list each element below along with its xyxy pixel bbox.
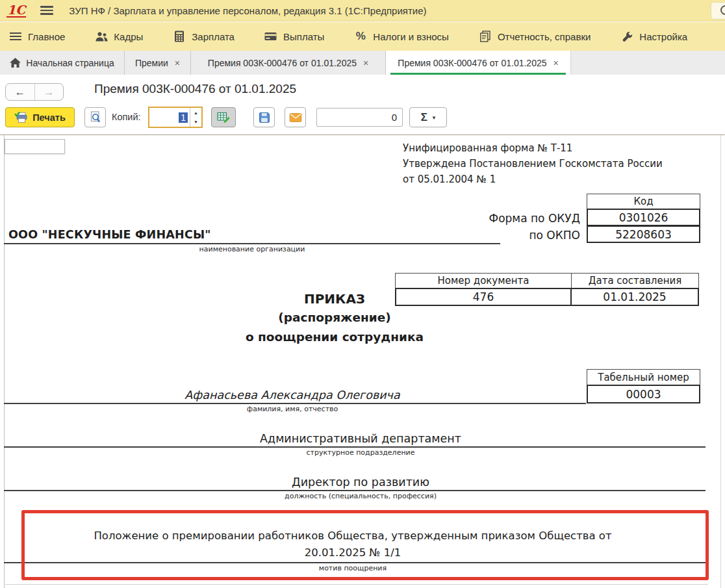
wrench-icon xyxy=(620,31,633,42)
position-value: Директор по развитию xyxy=(0,476,721,489)
print-label: Печать xyxy=(32,112,66,123)
reports-icon xyxy=(479,31,492,42)
motive-line1: Положение о премировании работников Обще… xyxy=(0,530,706,542)
order-subtitle: (распоряжение) xyxy=(0,311,669,324)
sum-button[interactable]: Σ ▾ xyxy=(409,107,447,127)
logo-text: 1С xyxy=(7,3,25,17)
printer-icon xyxy=(14,112,28,123)
position-caption: должность (специальность, профессия) xyxy=(0,492,721,500)
percent-icon: % xyxy=(354,31,367,42)
tabnum-header-cell: Табельный номер xyxy=(587,369,700,385)
form-row-line xyxy=(4,584,708,585)
note-line: Унифицированная форма № Т-11 xyxy=(403,140,663,156)
tab-label: Премии xyxy=(135,58,168,68)
org-underline xyxy=(4,243,500,244)
position-underline xyxy=(4,490,706,491)
edit-table-button[interactable] xyxy=(211,107,236,127)
card-icon xyxy=(264,31,277,42)
copies-stepper[interactable]: 1 ▲ ▼ xyxy=(148,107,203,128)
spreadsheet-cell-cursor[interactable] xyxy=(5,139,65,154)
preview-icon xyxy=(90,111,101,123)
menu-item-payments[interactable]: Выплаты xyxy=(264,31,324,42)
code-header-cell: Код xyxy=(587,194,700,209)
form-left-border xyxy=(4,135,5,588)
okud-label: Форма по ОКУД xyxy=(403,212,580,225)
employee-name: Афанасьева Александра Олеговича xyxy=(0,389,585,402)
tabnum-value-cell: 00003 xyxy=(587,385,700,403)
people-icon xyxy=(95,31,108,42)
spinner-up-icon[interactable]: ▲ xyxy=(190,108,201,118)
copies-input[interactable]: 1 xyxy=(149,108,190,127)
menu-item-reports[interactable]: Отчетность, справки xyxy=(479,31,591,42)
tab-premiya-1[interactable]: Премия 003К-000476 от 01.01.2025 × xyxy=(191,51,386,75)
menu-label: Налоги и взносы xyxy=(373,31,449,42)
menu-label: Настройка xyxy=(639,31,687,42)
close-icon[interactable]: × xyxy=(363,58,368,68)
tab-label: Начальная страница xyxy=(26,58,114,68)
main-menu-icon[interactable] xyxy=(40,6,53,15)
motive-caption: мотив поощрения xyxy=(0,564,706,572)
close-icon[interactable]: × xyxy=(553,58,559,68)
close-icon[interactable]: × xyxy=(175,58,180,68)
email-button[interactable] xyxy=(285,107,306,127)
department-caption: структурное подразделение xyxy=(0,448,721,457)
chevron-down-icon: ▾ xyxy=(433,114,436,121)
1c-logo: 1С xyxy=(6,3,26,18)
tab-premii[interactable]: Премии × xyxy=(125,51,191,75)
home-icon xyxy=(10,58,21,68)
menu-label: Кадры xyxy=(114,31,143,42)
sum-field[interactable]: 0 xyxy=(316,108,403,127)
save-button[interactable] xyxy=(253,107,275,127)
menu-item-settings[interactable]: Настройка xyxy=(620,31,687,42)
tab-label: Премия 003К-000476 от 01.01.2025 xyxy=(208,58,357,68)
org-caption: наименование организации xyxy=(4,245,500,253)
tab-premiya-2-active[interactable]: Премия 003К-000476 от 01.01.2025 × xyxy=(386,51,571,75)
stepper-arrows: ▲ ▼ xyxy=(190,108,201,127)
print-toolbar: Печать Копий: 1 ▲ ▼ xyxy=(0,107,725,129)
menu-item-taxes[interactable]: % Налоги и взносы xyxy=(354,31,449,42)
floppy-icon xyxy=(259,112,270,123)
app-title: ЗУП НФ / Зарплата и управление персонало… xyxy=(69,5,426,16)
note-line: Утверждена Постановлением Госкомстата Ро… xyxy=(403,156,663,172)
copies-value: 1 xyxy=(179,112,188,123)
organization-name: ООО "НЕСКУЧНЫЕ ФИНАНСЫ" xyxy=(8,228,211,241)
menu-label: Отчетность, справки xyxy=(498,31,591,42)
history-nav: ← → xyxy=(5,83,64,101)
department-underline xyxy=(4,446,706,448)
forward-button[interactable]: → xyxy=(35,84,64,100)
print-form: Унифицированная форма № Т-11 Утверждена … xyxy=(0,135,725,588)
docnum-header-cell: Номер документа xyxy=(395,273,572,288)
copies-label: Копий: xyxy=(112,112,141,122)
menu-label: Выплаты xyxy=(283,31,324,42)
window-titlebar: 1С ЗУП НФ / Зарплата и управление персон… xyxy=(0,0,725,21)
order-subject: о поощрении сотрудника xyxy=(0,330,669,344)
menu-label: Главное xyxy=(28,31,65,42)
back-button[interactable]: ← xyxy=(6,84,35,100)
okpo-label: по ОКПО xyxy=(403,229,580,242)
tab-home[interactable]: Начальная страница xyxy=(0,51,125,75)
motive-line2: 20.01.2025 № 1/1 xyxy=(0,546,706,559)
calculator-icon xyxy=(173,31,186,42)
spinner-down-icon[interactable]: ▼ xyxy=(190,118,201,127)
employee-underline xyxy=(4,403,586,404)
employee-caption: фамилия, имя, отчество xyxy=(0,405,585,413)
department-value: Административный департамент xyxy=(0,432,721,445)
sum-value: 0 xyxy=(392,112,397,123)
motive-underline xyxy=(4,562,708,563)
page-title: Премия 003К-000476 от 01.01.2025 xyxy=(94,82,296,96)
preview-button[interactable] xyxy=(84,107,106,127)
table-edit-icon xyxy=(217,112,231,123)
menu-item-salary[interactable]: Зарплата xyxy=(173,31,235,42)
form-header-area: ← → Премия 003К-000476 от 01.01.2025 Печ… xyxy=(0,75,725,135)
sections-icon xyxy=(9,31,22,42)
okpo-value-cell: 52208603 xyxy=(587,225,700,243)
print-button[interactable]: Печать xyxy=(5,107,75,127)
form-right-border xyxy=(720,135,721,588)
menu-item-main[interactable]: Главное xyxy=(9,31,65,42)
menu-item-hr[interactable]: Кадры xyxy=(95,31,143,42)
form-approval-note: Унифицированная форма № Т-11 Утверждена … xyxy=(403,140,663,187)
envelope-icon xyxy=(289,113,302,122)
menu-label: Зарплата xyxy=(192,31,235,42)
docdate-header-cell: Дата составления xyxy=(571,273,699,288)
tab-label: Премия 003К-000476 от 01.01.2025 xyxy=(398,58,546,68)
